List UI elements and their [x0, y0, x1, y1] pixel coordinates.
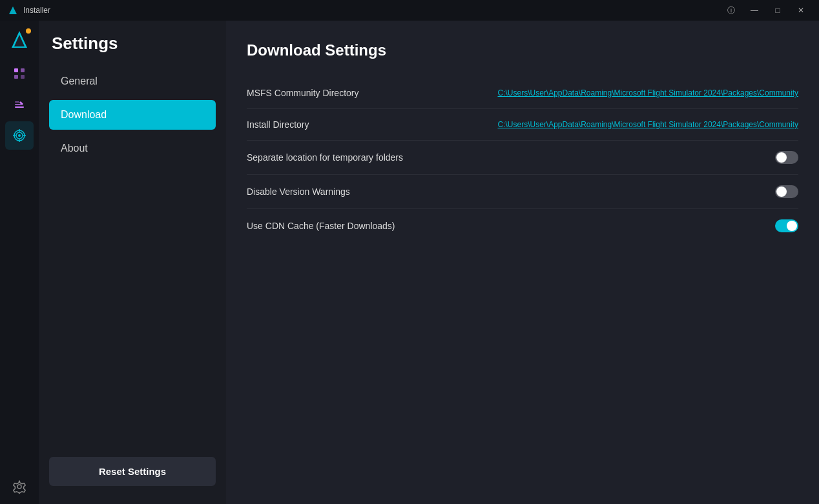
label-use-cdn-cache: Use CDN Cache (Faster Downloads) [247, 221, 395, 231]
titlebar-left: Installer [8, 5, 50, 15]
svg-point-12 [18, 134, 21, 137]
titlebar-controls: ⓘ — □ ✕ [721, 3, 811, 18]
sidebar: Settings General Download About Reset Se… [39, 21, 226, 504]
toggle-knob-disable-version-warnings [776, 186, 787, 197]
titlebar: Installer ⓘ — □ ✕ [0, 0, 819, 21]
toggle-separate-location[interactable] [775, 151, 798, 164]
sidebar-item-about[interactable]: About [49, 134, 216, 163]
maximize-button[interactable]: □ [767, 3, 788, 18]
close-button[interactable]: ✕ [791, 3, 811, 18]
sidebar-item-general[interactable]: General [49, 66, 216, 96]
svg-rect-7 [15, 106, 24, 108]
nav-icon-packages[interactable] [5, 59, 34, 88]
label-msfs-community-dir: MSFS Community Directory [247, 88, 358, 98]
toggle-knob-use-cdn-cache [787, 221, 797, 231]
nav-icon-edit[interactable] [5, 90, 34, 119]
svg-marker-0 [9, 6, 17, 14]
notification-dot [26, 28, 31, 34]
svg-rect-9 [15, 101, 19, 103]
svg-rect-3 [14, 68, 18, 72]
sidebar-item-download[interactable]: Download [49, 100, 216, 130]
minimize-button[interactable]: — [744, 3, 765, 18]
row-separate-location: Separate location for temporary folders [247, 141, 798, 175]
svg-rect-8 [15, 104, 21, 105]
label-disable-version-warnings: Disable Version Warnings [247, 186, 350, 197]
toggle-knob-separate-location [776, 152, 787, 163]
main-content: Download Settings MSFS Community Directo… [226, 21, 819, 504]
nav-icon-target[interactable] [5, 121, 34, 150]
reset-settings-button[interactable]: Reset Settings [49, 457, 216, 486]
logo-area [5, 26, 34, 54]
toggle-disable-version-warnings[interactable] [775, 185, 798, 198]
sidebar-footer: Reset Settings [49, 457, 216, 491]
svg-rect-4 [14, 75, 18, 79]
svg-rect-5 [21, 68, 25, 72]
info-button[interactable]: ⓘ [721, 3, 741, 18]
label-separate-location: Separate location for temporary folders [247, 152, 403, 163]
svg-point-17 [17, 485, 21, 489]
toggle-use-cdn-cache[interactable] [775, 219, 798, 232]
row-msfs-community-dir: MSFS Community Directory C:\Users\User\A… [247, 77, 798, 109]
label-install-dir: Install Directory [247, 119, 309, 130]
value-msfs-community-dir[interactable]: C:\Users\User\AppData\Roaming\Microsoft … [497, 88, 798, 97]
content-title: Download Settings [247, 41, 798, 59]
app-body: Settings General Download About Reset Se… [0, 21, 819, 504]
row-disable-version-warnings: Disable Version Warnings [247, 175, 798, 209]
titlebar-title: Installer [23, 6, 50, 15]
row-use-cdn-cache: Use CDN Cache (Faster Downloads) [247, 209, 798, 243]
settings-gear-area[interactable] [0, 479, 39, 494]
row-install-dir: Install Directory C:\Users\User\AppData\… [247, 109, 798, 141]
svg-rect-6 [21, 75, 25, 79]
sidebar-title: Settings [49, 34, 216, 54]
value-install-dir[interactable]: C:\Users\User\AppData\Roaming\Microsoft … [497, 120, 798, 129]
icon-rail [0, 21, 39, 504]
app-icon [8, 5, 18, 15]
sidebar-nav: General Download About [49, 66, 216, 457]
